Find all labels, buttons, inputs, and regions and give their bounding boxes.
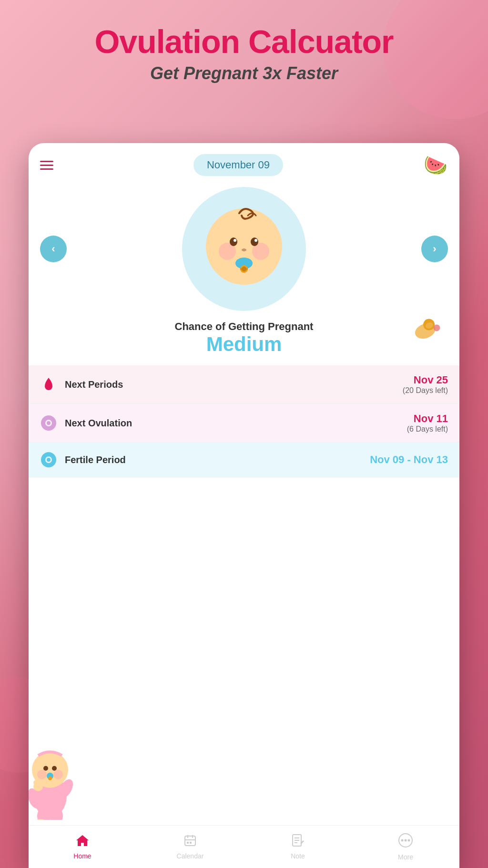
next-ovulation-date: Nov 11 (407, 413, 448, 425)
next-button[interactable]: › (421, 236, 448, 262)
next-ovulation-value: Nov 11 (6 Days left) (407, 413, 448, 434)
fertile-period-dates: Nov 09 - Nov 13 (370, 454, 448, 466)
baby-decoration (29, 744, 76, 830)
svg-point-5 (234, 239, 236, 242)
fertile-period-row: Fertile Period Nov 09 - Nov 13 (29, 443, 459, 477)
svg-rect-38 (185, 836, 195, 846)
next-ovulation-row: Next Ovulation Nov 11 (6 Days left) (29, 404, 459, 443)
phone-mockup: November 09 🍉 ‹ (29, 143, 459, 868)
hamburger-menu[interactable] (40, 161, 53, 170)
next-periods-date: Nov 25 (403, 374, 448, 386)
blood-drop-icon (40, 376, 57, 393)
svg-point-33 (39, 780, 43, 785)
chance-value: Medium (38, 333, 450, 356)
more-icon (398, 833, 413, 851)
chance-section: Chance of Getting Pregnant Medium (29, 320, 459, 365)
note-label: Note (291, 852, 305, 860)
home-icon (75, 834, 90, 850)
fertile-icon (40, 451, 57, 468)
home-label: Home (73, 852, 91, 860)
svg-point-25 (52, 766, 57, 771)
app-header: Ovulation Calcuator Get Pregnant 3x Fast… (0, 0, 488, 93)
more-label: More (398, 853, 413, 861)
svg-rect-43 (190, 842, 192, 844)
top-bar: November 09 🍉 (29, 143, 459, 182)
svg-point-4 (251, 238, 258, 246)
next-periods-days: (20 Days left) (403, 386, 448, 395)
app-subtitle: Get Pregnant 3x Faster (19, 63, 469, 83)
tab-home[interactable]: Home (29, 826, 136, 868)
svg-point-7 (242, 248, 246, 251)
svg-point-23 (53, 770, 63, 779)
next-periods-label: Next Periods (65, 379, 403, 390)
baby-illustration (182, 187, 306, 311)
note-icon (292, 834, 304, 850)
fertile-period-label: Fertile Period (65, 455, 370, 465)
svg-point-22 (37, 770, 47, 779)
calendar-label: Calendar (177, 852, 204, 860)
tab-bar: Home Calendar (29, 825, 459, 868)
info-rows: Next Periods Nov 25 (20 Days left) Next … (29, 365, 459, 477)
ovulation-icon (40, 414, 57, 432)
svg-point-27 (48, 776, 52, 780)
svg-point-24 (43, 766, 48, 771)
svg-point-17 (47, 421, 51, 425)
svg-point-0 (206, 208, 282, 285)
chance-label: Chance of Getting Pregnant (38, 320, 450, 333)
svg-rect-42 (187, 842, 189, 844)
svg-point-19 (47, 458, 51, 462)
tab-note[interactable]: Note (244, 826, 352, 868)
tab-calendar[interactable]: Calendar (136, 826, 244, 868)
svg-point-6 (254, 239, 257, 242)
prev-button[interactable]: ‹ (40, 236, 67, 262)
svg-point-49 (401, 839, 404, 842)
svg-point-3 (230, 238, 237, 246)
watermelon-icon: 🍉 (423, 153, 448, 177)
svg-point-50 (405, 839, 407, 842)
fertile-period-value: Nov 09 - Nov 13 (370, 454, 448, 466)
baby-section: ‹ (29, 182, 459, 320)
app-title: Ovulation Calcuator (19, 24, 469, 60)
svg-point-51 (408, 839, 410, 842)
tab-more[interactable]: More (352, 826, 459, 868)
next-ovulation-days: (6 Days left) (407, 425, 448, 434)
calendar-icon (183, 834, 197, 850)
next-periods-row: Next Periods Nov 25 (20 Days left) (29, 365, 459, 404)
next-ovulation-label: Next Ovulation (65, 418, 407, 429)
date-badge: November 09 (193, 154, 283, 176)
next-periods-value: Nov 25 (20 Days left) (403, 374, 448, 395)
